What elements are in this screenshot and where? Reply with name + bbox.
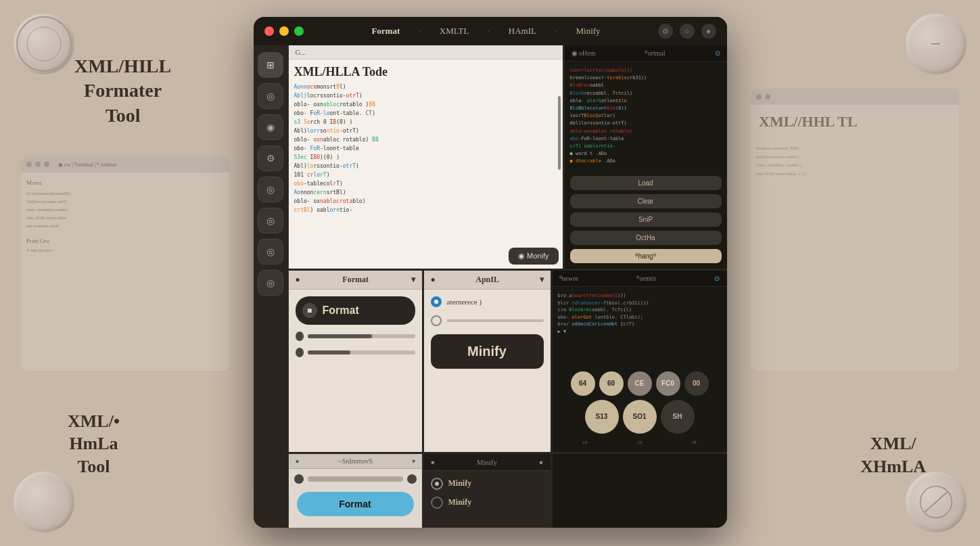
btn-00[interactable]: 00 (684, 371, 709, 396)
bottom-dark-header: ● Minify ● (424, 454, 551, 471)
dark-radio-dot-1 (431, 478, 443, 490)
panels-area: G... XML/HLLA Tode AonnocemonsrtBl) Abl)… (289, 45, 727, 528)
info-icon[interactable]: ○ (680, 24, 695, 39)
radio-option-1[interactable]: aternerece ) (431, 296, 544, 307)
input-dot-1 (294, 474, 304, 484)
radio-option-2[interactable] (431, 315, 544, 326)
sidebar-btn-3[interactable]: ◉ (258, 114, 283, 140)
sidebar-btn-4[interactable]: ⚙ (258, 145, 283, 171)
label-left-top: XML/HILL Formater Tool (74, 54, 171, 128)
radio-dot-1 (431, 296, 442, 307)
bottom-sub-header: ● ~SnImmovS ▾ (289, 454, 422, 469)
radio-label-1: aternerece ) (447, 298, 482, 306)
btn-row-1: 64 60 CE FC0 00 (558, 371, 722, 396)
sidebar-btn-5[interactable]: ◎ (258, 177, 283, 202)
editor-title: XML/HLLA Tode (294, 65, 557, 79)
btn-60[interactable]: 60 (599, 371, 624, 396)
sidebar-btn-7[interactable]: ◎ (258, 239, 283, 265)
minify-small-title: ApnIL (475, 275, 499, 285)
editor-footer: ◉ Monify (289, 244, 563, 269)
top-panels-row: G... XML/HLLA Tode AonnocemonsrtBl) Abl)… (289, 45, 727, 271)
slider-2-track[interactable] (308, 350, 415, 355)
dark-radio-option-2[interactable]: Minify (431, 497, 544, 509)
btn-sh[interactable]: SH (661, 400, 695, 434)
octha-button[interactable]: OctHa (570, 231, 722, 245)
minify-small-dot: ● (431, 275, 436, 285)
sub-bottom-row: ● ~SnImmovS ▾ Format (289, 452, 727, 528)
bg-circle-bottom-right (906, 472, 966, 532)
bottom-dark-header-close: ● (539, 458, 544, 466)
output-bottom-body: bro alearctrecceabon1))) blcr cdlonsocer… (553, 287, 727, 365)
btn-row-2: S13 SO1 SH (558, 400, 722, 434)
format-panel: ● Format ▾ ■ Format (289, 271, 424, 451)
svg-point-1 (27, 27, 61, 61)
clear-button[interactable]: Clear (570, 194, 722, 208)
btn-so1[interactable]: SO1 (623, 400, 657, 434)
slider-2-fill (308, 350, 350, 355)
output-bottom-buttons: 64 60 CE FC0 00 S13 SO1 SH ce (553, 366, 727, 452)
label-co: co (637, 439, 643, 445)
dark-radio-option-1[interactable]: Minify (431, 478, 544, 490)
output-body: conrrlocrterceabols))) Greonlcosecr-tore… (565, 62, 727, 170)
radio-bar-2 (447, 319, 544, 322)
sidebar: ⊞ ◎ ◉ ⚙ ◎ ◎ ◎ ◎ (254, 45, 289, 528)
minimize-button[interactable] (279, 26, 289, 36)
minify-small-header: ● ApnIL ▾ (424, 271, 551, 290)
window-controls (264, 26, 304, 36)
menu-icon[interactable]: ● (701, 24, 716, 39)
main-content: ⊞ ◎ ◉ ⚙ ◎ ◎ ◎ ◎ G... XML/HLLA Tode (254, 45, 727, 528)
snip-button[interactable]: SniP (570, 212, 722, 227)
btn-ce[interactable]: CE (628, 371, 652, 396)
slider-1-row (296, 332, 415, 341)
monify-button[interactable]: ◉ Monify (509, 248, 558, 265)
btn-64[interactable]: 64 (571, 371, 595, 396)
input-bar-1[interactable] (308, 476, 403, 482)
slider-1-track[interactable] (308, 334, 415, 338)
output-header-left: ◉ oHem (571, 49, 596, 57)
bg-circle-bottom-left (14, 472, 74, 532)
minify-small-icon: ▾ (540, 275, 544, 285)
sidebar-btn-8[interactable]: ◎ (258, 270, 283, 296)
slider-1-icon (296, 332, 304, 341)
format-btn-label: Format (323, 304, 359, 317)
sidebar-btn-6[interactable]: ◎ (258, 208, 283, 233)
btn-fc0[interactable]: FC0 (656, 371, 680, 396)
label-ce: ce (582, 439, 587, 445)
slider-1-fill (308, 334, 372, 338)
output-bottom-header: ᴮnewre ᴮormtit ⊙ (553, 271, 727, 287)
output-bottom-panel: ᴮnewre ᴮormtit ⊙ bro alearctrecceabon1))… (553, 271, 727, 451)
output-bottom-left: ᴮnewre (559, 275, 578, 282)
sidebar-btn-2[interactable]: ◎ (258, 83, 283, 109)
output-bottom-right: ᴮormtit (636, 275, 655, 282)
close-button[interactable] (264, 26, 274, 36)
output-bottom-icon: ⊙ (714, 275, 720, 282)
tab-format[interactable]: Format (366, 23, 405, 39)
editor-header: G... (289, 45, 563, 60)
tab-xmltl[interactable]: XMLTL (434, 23, 475, 39)
bottom-dark-header-title: Minify (477, 458, 498, 466)
bottom-panels-row: ● Format ▾ ■ Format (289, 271, 727, 451)
maximize-button[interactable] (294, 26, 304, 36)
label-ot: ot (692, 439, 696, 445)
editor-panel: G... XML/HLLA Tode AonnocemonsrtBl) Abl)… (289, 45, 565, 269)
dark-radio-dot-2 (431, 497, 443, 509)
settings-icon[interactable]: ⚙ (658, 24, 673, 39)
sidebar-btn-top[interactable]: ⊞ (258, 52, 283, 78)
tab-hamil[interactable]: HAmIL (503, 23, 542, 39)
input-dot-2 (407, 474, 417, 484)
change-button[interactable]: ᴮhangᴮ (570, 249, 722, 263)
editor-scrollbar[interactable] (558, 96, 561, 170)
tab-minify[interactable]: Minify (571, 23, 606, 39)
bottom-filler (553, 454, 727, 528)
output-header-right: ᴮortmal (645, 49, 665, 57)
code-editor[interactable]: AonnocemonsrtBl) Abl)locrssontio-otrT) o… (294, 83, 557, 214)
bottom-sub-header-icon: ▾ (412, 457, 415, 465)
load-button[interactable]: Load (570, 176, 722, 190)
editor-header-text: G... (296, 48, 306, 56)
format-button[interactable]: ■ Format (296, 296, 415, 325)
title-tabs: Format · XMLTL · HAmIL · Minify (314, 23, 658, 39)
format-big-button[interactable]: Format (297, 492, 414, 516)
btn-s13[interactable]: S13 (585, 400, 619, 434)
minify-button[interactable]: Minify (431, 334, 544, 369)
title-bar: Format · XMLTL · HAmIL · Minify ⚙ ○ ● (254, 17, 727, 45)
